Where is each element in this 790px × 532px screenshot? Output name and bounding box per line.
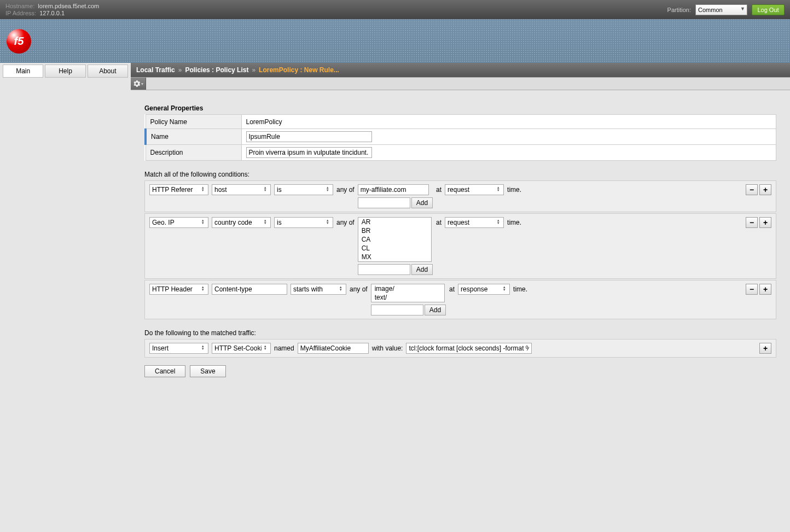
condition-row-1: HTTP Referer host is any of Add at reque… [144,180,776,212]
f5-logo: f5 [7,29,31,54]
cond2-add-row-button[interactable]: + [759,217,771,228]
cond2-v1[interactable]: BR [358,226,431,235]
crumb-policies[interactable]: Policies : Policy List [185,66,248,74]
act1-target-select[interactable]: HTTP Set-Cookie [212,343,271,354]
description-input[interactable] [246,147,372,158]
act1-named-label: named [274,343,294,352]
cond3-v0[interactable]: image/ [371,284,444,293]
cond1-anyof-label: any of [336,184,355,194]
cond3-add-button[interactable]: Add [425,305,446,315]
cond2-v4[interactable]: MX [358,253,431,261]
cond1-value-input[interactable] [358,184,429,195]
cond2-v2[interactable]: CA [358,235,431,244]
tab-main[interactable]: Main [3,65,43,78]
partition-select[interactable] [695,4,747,15]
rule-name-input[interactable] [246,131,372,142]
cond3-header-name-input[interactable] [212,284,287,295]
cond2-anyof-label: any of [336,217,355,226]
action-row-1: Insert HTTP Set-Cookie named with value:… [144,339,776,358]
condition-row-3: HTTP Header starts with any of image/ te… [144,280,776,319]
cond3-cmp-select[interactable]: starts with [291,284,346,295]
policy-name-value: LoremPolicy [241,115,776,129]
breadcrumb: Local Traffic » Policies : Policy List »… [131,63,790,77]
act1-add-row-button[interactable]: + [759,343,771,354]
condition-row-2: Geo. IP country code is any of AR BR CA … [144,213,776,279]
hostname-value: lorem.pdsea.f5net.com [38,3,99,9]
act1-name-input[interactable] [298,343,369,354]
cond1-at-label: at [436,184,442,194]
cond2-operand-select[interactable]: Geo. IP [149,217,208,228]
cond2-remove-button[interactable]: − [746,217,758,228]
partition-label: Partition: [667,7,691,13]
cond3-add-input[interactable] [371,305,423,315]
cond1-add-input[interactable] [358,197,410,208]
cond3-phase-select[interactable]: response [458,284,510,295]
cond3-v1[interactable]: text/ [371,293,444,302]
policy-name-label: Policy Name [146,115,241,129]
top-bar: Hostname: lorem.pdsea.f5net.com IP Addre… [0,0,790,19]
gear-menu-button[interactable]: ▾ [131,78,146,90]
cond3-at-label: at [449,284,455,293]
hostname-label: Hostname: [5,3,34,9]
toolbar: ▾ [131,77,790,90]
cond1-cmp-select[interactable]: is [274,184,333,195]
description-label: Description [146,145,241,161]
cond3-operand-select[interactable]: HTTP Header [149,284,208,295]
cond2-add-input[interactable] [358,264,410,275]
name-label: Name [146,129,241,145]
cond3-time-label: time. [513,284,527,293]
cond1-add-button[interactable]: Add [411,197,433,208]
cond3-remove-button[interactable]: − [746,284,758,295]
cond2-v0[interactable]: AR [358,218,431,226]
cond2-add-button[interactable]: Add [411,264,433,275]
crumb-local-traffic[interactable]: Local Traffic [136,66,175,74]
cond3-value-list[interactable]: image/ text/ [371,284,445,302]
cond1-time-label: time. [507,184,521,194]
cancel-button[interactable]: Cancel [144,365,185,377]
gear-icon [133,80,140,87]
save-button[interactable]: Save [190,365,225,377]
cond3-add-row-button[interactable]: + [759,284,771,295]
cond1-add-row-button[interactable]: + [759,184,771,195]
cond3-anyof-label: any of [350,284,368,293]
tab-help[interactable]: Help [45,65,85,78]
crumb-current: LoremPolicy : New Rule... [259,66,339,74]
cond2-phase-select[interactable]: request [445,217,504,228]
act1-value-input[interactable] [406,343,532,354]
cond2-value-list[interactable]: AR BR CA CL MX [358,217,432,262]
cond2-at-label: at [436,217,442,226]
cond1-phase-select[interactable]: request [445,184,504,195]
cond1-attr-select[interactable]: host [212,184,271,195]
act1-withvalue-label: with value: [372,343,403,352]
actions-title: Do the following to the matched traffic: [144,329,776,337]
cond1-operand-select[interactable]: HTTP Referer [149,184,208,195]
conditions-title: Match all of the following conditions: [144,171,776,178]
cond1-remove-button[interactable]: − [746,184,758,195]
cond2-time-label: time. [507,217,521,226]
cond2-attr-select[interactable]: country code [212,217,271,228]
host-info: Hostname: lorem.pdsea.f5net.com IP Addre… [5,3,99,17]
cond2-cmp-select[interactable]: is [274,217,333,228]
general-properties-title: General Properties [144,104,776,112]
general-properties-table: Policy Name LoremPolicy Name Description [144,114,776,161]
sidebar: Main Help About [0,63,131,532]
act1-verb-select[interactable]: Insert [149,343,208,354]
cond2-v3[interactable]: CL [358,244,431,253]
ip-label: IP Address: [5,10,36,16]
logout-button[interactable]: Log Out [752,4,785,15]
caret-down-icon: ▾ [141,81,143,86]
tab-about[interactable]: About [88,65,128,78]
ip-value: 127.0.0.1 [39,10,65,16]
banner: f5 [0,19,790,63]
